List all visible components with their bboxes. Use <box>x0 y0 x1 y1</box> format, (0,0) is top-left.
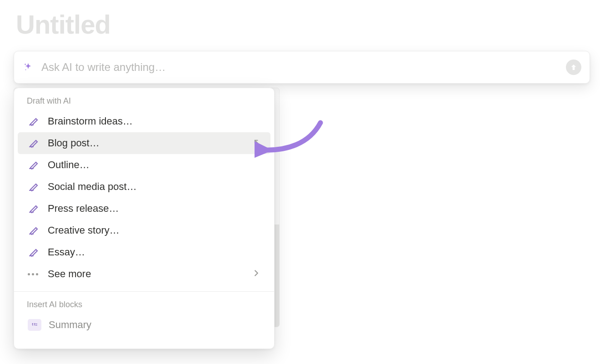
menu-item-essay[interactable]: Essay… <box>18 241 270 263</box>
pencil-icon <box>28 181 40 193</box>
arrow-up-icon <box>570 63 578 71</box>
svg-rect-2 <box>35 324 37 324</box>
menu-item-social-media[interactable]: Social media post… <box>18 176 270 198</box>
menu-item-blog-post[interactable]: Blog post… <box>18 132 270 154</box>
ai-prompt-input[interactable] <box>41 61 566 74</box>
menu-item-label: Press release… <box>48 203 261 214</box>
section-label-draft: Draft with AI <box>14 88 274 110</box>
ai-actions-dropdown: Draft with AI Brainstorm ideas… Blog pos… <box>14 88 275 349</box>
menu-item-label: Essay… <box>48 246 261 258</box>
pencil-icon <box>28 137 40 149</box>
menu-item-label: Blog post… <box>48 137 252 149</box>
svg-point-0 <box>25 64 26 65</box>
pencil-icon <box>28 159 40 171</box>
page-title[interactable]: Untitled <box>16 9 110 40</box>
menu-item-summary[interactable]: Summary <box>18 314 270 331</box>
ellipsis-icon <box>28 273 40 275</box>
svg-rect-3 <box>35 325 37 325</box>
send-button[interactable] <box>566 60 581 75</box>
pencil-icon <box>28 224 40 236</box>
menu-item-label: Creative story… <box>48 224 261 236</box>
menu-item-see-more[interactable]: See more <box>18 263 270 285</box>
menu-item-outline[interactable]: Outline… <box>18 154 270 176</box>
pencil-icon <box>28 203 40 214</box>
menu-item-label: Summary <box>49 319 91 331</box>
menu-item-label: Outline… <box>48 159 261 171</box>
ai-input-bar[interactable] <box>14 51 590 84</box>
menu-item-press-release[interactable]: Press release… <box>18 198 270 219</box>
quote-block-icon <box>28 319 41 331</box>
pencil-icon <box>28 246 40 258</box>
sparkle-icon <box>23 62 33 72</box>
pencil-icon <box>28 115 40 127</box>
insert-arrow-icon <box>252 138 261 149</box>
menu-item-brainstorm[interactable]: Brainstorm ideas… <box>18 110 270 132</box>
svg-point-1 <box>25 70 26 70</box>
menu-item-label: See more <box>48 268 251 280</box>
menu-item-label: Social media post… <box>48 181 261 193</box>
menu-item-label: Brainstorm ideas… <box>48 115 261 127</box>
chevron-right-icon <box>251 268 261 280</box>
section-label-insert-blocks: Insert AI blocks <box>14 292 274 314</box>
menu-item-creative-story[interactable]: Creative story… <box>18 219 270 241</box>
